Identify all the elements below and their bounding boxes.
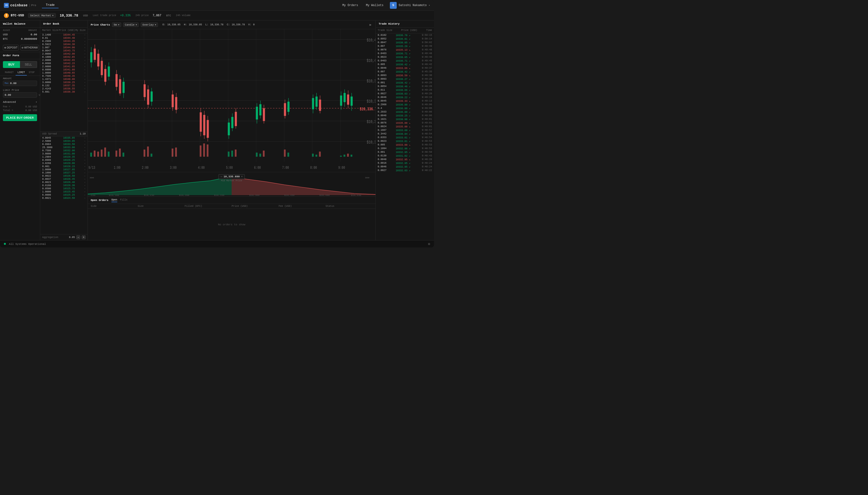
order-book-bid-row[interactable]: 4.004510335.05-: [40, 136, 87, 140]
price-chart-area[interactable]: $10,425 $10,400 $10,375 $10,350 $10,336.…: [88, 29, 376, 172]
order-book-bid-row[interactable]: 0.616810326.30-: [40, 184, 87, 187]
volume-value: V: 0: [248, 23, 255, 26]
svg-rect-120: [263, 151, 264, 157]
ohlcv-display: O: 10,338.05 H: 10,338.05 L: 10,336.78 C…: [162, 23, 255, 26]
amount-input[interactable]: [10, 82, 44, 85]
timeframe-select[interactable]: 5m ▾: [112, 22, 121, 27]
trade-history-row: 0.293310336.80 ↗9:49:06: [376, 110, 434, 114]
place-order-button[interactable]: PLACE BUY ORDER: [3, 114, 37, 121]
order-book-bid-row[interactable]: 0.003710326.45-: [40, 177, 87, 181]
svg-rect-123: [312, 154, 314, 157]
chart-type-select[interactable]: Candle ▾: [123, 22, 139, 27]
order-book-ask-row[interactable]: 0.592210344.30-: [40, 43, 87, 46]
max-link[interactable]: Max: [5, 82, 9, 85]
my-orders-button[interactable]: My Orders: [339, 3, 362, 8]
order-book-bid-row[interactable]: 0.002310326.40-: [40, 181, 87, 184]
nav-tab-trade[interactable]: Trade: [42, 2, 59, 8]
amount-input-row: Max BTC: [3, 81, 37, 86]
order-book-bid-row[interactable]: 25.300010333.00-: [40, 146, 87, 149]
user-menu[interactable]: S Satoshi Nakamoto ▾: [390, 2, 430, 9]
wallet-buttons: ⊕ DEPOSIT ⊖ WITHDRAW: [0, 44, 40, 52]
order-book-bid-row[interactable]: 0.099910329.25-: [40, 158, 87, 162]
wallet-row-btc: BTC 0.00000000: [3, 37, 37, 40]
wallet-table: Asset Amount USD 0.00 BTC 0.00000000: [0, 28, 40, 44]
my-wallets-button[interactable]: My Wallets: [363, 3, 387, 8]
order-book-ask-row[interactable]: 2.000010341.95-: [40, 65, 87, 68]
order-book-ask-row[interactable]: 5.60110336.30-: [40, 90, 87, 93]
settings-icon[interactable]: ⚙: [428, 242, 430, 246]
order-book-ask-row[interactable]: 1.437110340.00-: [40, 78, 87, 81]
svg-rect-122: [288, 153, 289, 157]
order-book-ask-row[interactable]: 1.00710344.00-: [40, 46, 87, 49]
order-book-ask-row[interactable]: 0.004710343.75-: [40, 49, 87, 52]
order-book-bid-row[interactable]: 6.000010325.25-: [40, 193, 87, 197]
trade-history-panel: Trade History Trade Size Price (USD) Tim…: [376, 20, 434, 240]
overlay-select[interactable]: Overlay ▾: [141, 22, 158, 27]
order-book-bid-row[interactable]: 0.002210326.50-: [40, 174, 87, 177]
market-order-tab[interactable]: MARKET: [3, 70, 16, 75]
chevron-down-icon: ▾: [118, 23, 119, 26]
advanced-row[interactable]: Advanced ▾: [0, 99, 40, 105]
main-layout: Wallet Balance Asset Amount USD 0.00 BTC…: [0, 20, 434, 240]
svg-rect-73: [235, 112, 237, 126]
fills-tab[interactable]: Fills: [120, 198, 128, 202]
order-book-ask-row[interactable]: 0.759910340.35-: [40, 74, 87, 78]
chart-scroll-right-icon[interactable]: ▶: [369, 23, 373, 27]
withdraw-button[interactable]: ⊖ WITHDRAW: [20, 45, 39, 50]
order-book-ask-row[interactable]: 0.299910344.35-: [40, 40, 87, 43]
logo-area: CB coinbase Pro: [4, 3, 36, 8]
order-book-ask-row[interactable]: 3.140010344.45-: [40, 33, 87, 36]
trade-history-row: 0.182110338.98 ↗9:49:01: [376, 117, 434, 121]
trade-history-row: 0.296810336.80 ↗9:49:06: [376, 103, 434, 106]
order-book-ask-row[interactable]: 0.600010341.80-: [40, 68, 87, 71]
order-book-ask-row[interactable]: 0.068810342.15-: [40, 62, 87, 65]
svg-rect-100: [97, 152, 99, 157]
trade-history-row: 0.046310336.71 ↗9:49:48: [376, 52, 434, 55]
price-charts-title: Price Charts: [91, 23, 110, 26]
stop-order-tab[interactable]: STOP: [27, 70, 36, 75]
order-book-ask-row[interactable]: 1.000010340.65-: [40, 71, 87, 74]
svg-rect-93: [344, 93, 346, 102]
open-orders-tab[interactable]: Open: [111, 198, 117, 202]
order-book-ask-row[interactable]: 3.000010339.25-: [40, 81, 87, 84]
order-book-bid-row[interactable]: 0.759910332.90-: [40, 149, 87, 152]
asset-usd-amount: 0.00: [31, 33, 37, 36]
order-book-ask-row[interactable]: 0.13210337.35-: [40, 84, 87, 87]
deposit-button[interactable]: ⊕ DEPOSIT: [3, 45, 19, 50]
order-book-bid-row[interactable]: 1.000010325.45-: [40, 190, 87, 193]
sell-tab-button[interactable]: SELL: [20, 61, 37, 68]
order-book-bid-row[interactable]: 0.098410333.50-: [40, 143, 87, 146]
order-book-bid-row[interactable]: 2.500010334.95-: [40, 140, 87, 143]
svg-rect-41: [101, 61, 103, 75]
low-value: L: 10,336.78: [205, 23, 223, 26]
order-book-bid-row[interactable]: 3.000010331.00-: [40, 152, 87, 155]
svg-rect-75: [256, 107, 258, 119]
select-market-button[interactable]: Select Market ▾: [28, 13, 56, 18]
aggregation-row: Aggregation 0.05 − +: [40, 234, 87, 240]
order-book-ask-row[interactable]: 0.0110344.40-: [40, 36, 87, 40]
order-book-bid-row[interactable]: 1.290410329.35-: [40, 155, 87, 158]
order-book-bid-row[interactable]: 0.100010327.25-: [40, 171, 87, 174]
svg-text:5:00: 5:00: [226, 166, 233, 170]
aggregation-controls: 0.05 − +: [69, 235, 86, 239]
svg-rect-105: [119, 149, 121, 157]
order-book-bid-row[interactable]: 0.002110324.50-: [40, 197, 87, 200]
limit-order-tab[interactable]: LIMIT: [16, 70, 27, 75]
order-book-ask-row[interactable]: 2.414310336.55-: [40, 87, 87, 90]
svg-rect-83: [288, 102, 290, 112]
limit-price-input[interactable]: [5, 93, 39, 97]
order-book-bid-row[interactable]: 3.026810329.00-: [40, 162, 87, 165]
aggregation-increase-button[interactable]: +: [82, 235, 86, 239]
asset-usd: USD: [3, 33, 8, 36]
svg-rect-113: [203, 143, 205, 157]
trade-history-row: 0.095210336.81 ↗9:50:14: [376, 37, 434, 41]
aggregation-decrease-button[interactable]: −: [76, 235, 80, 239]
order-book-bid-row[interactable]: 1.000010327.95-: [40, 168, 87, 171]
buy-tab-button[interactable]: BUY: [3, 61, 20, 68]
order-book-bid-row[interactable]: 0.050010325.75-: [40, 187, 87, 190]
order-book-ask-row[interactable]: 2.000010342.90-: [40, 52, 87, 55]
svg-rect-114: [207, 144, 209, 157]
order-book-ask-row[interactable]: 2.000010342.65-: [40, 59, 87, 62]
order-book-ask-row[interactable]: 0.100010342.85-: [40, 55, 87, 59]
order-book-bid-row[interactable]: 0.00110328.15-: [40, 165, 87, 168]
